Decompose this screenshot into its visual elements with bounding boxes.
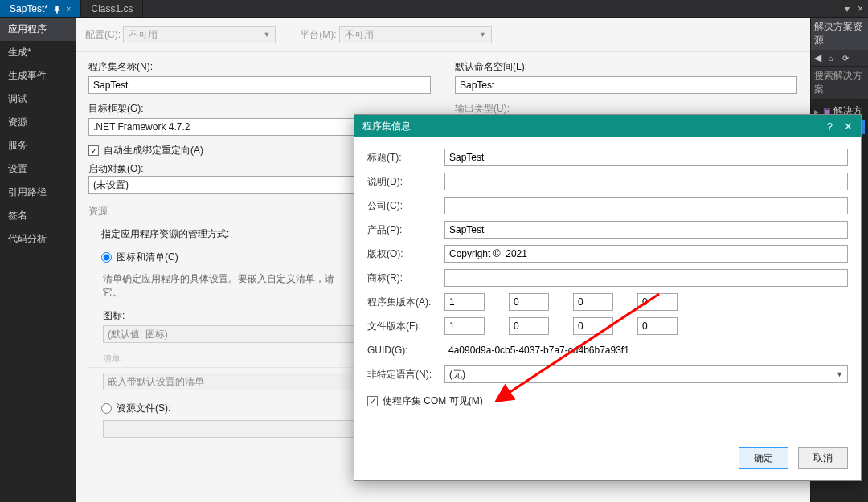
cancel-button[interactable]: 取消 bbox=[798, 447, 848, 469]
file-ver2-input[interactable] bbox=[509, 317, 549, 335]
pin-icon bbox=[53, 5, 61, 13]
config-combo: 不可用 ▼ bbox=[123, 26, 276, 43]
com-visible-checkbox[interactable] bbox=[367, 396, 378, 406]
guid-input[interactable] bbox=[444, 341, 848, 359]
trademark-label: 商标(R): bbox=[367, 271, 436, 285]
icon-manifest-label: 图标和清单(C) bbox=[117, 251, 178, 264]
close-icon[interactable]: × bbox=[66, 4, 71, 14]
nav-back-icon[interactable]: ◀ bbox=[814, 52, 821, 63]
icon-manifest-radio[interactable] bbox=[101, 252, 112, 263]
tab-close-all-icon[interactable]: × bbox=[858, 3, 863, 14]
config-label: 配置(C): bbox=[85, 29, 121, 40]
com-visible-label: 使程序集 COM 可见(M) bbox=[383, 394, 483, 408]
asm-ver2-input[interactable] bbox=[509, 293, 549, 311]
assembly-name-label: 程序集名称(N): bbox=[88, 60, 431, 74]
sidebar-item-build-events[interactable]: 生成事件 bbox=[0, 64, 76, 88]
home-icon[interactable]: ⌂ bbox=[826, 53, 836, 63]
platform-combo: 不可用 ▼ bbox=[339, 26, 492, 43]
neutral-lang-label: 非特定语言(N): bbox=[367, 368, 436, 382]
title-label: 标题(T): bbox=[367, 151, 436, 165]
tab-label: Class1.cs bbox=[91, 3, 133, 14]
guid-label: GUID(G): bbox=[367, 345, 436, 356]
sidebar-item-debug[interactable]: 调试 bbox=[0, 88, 76, 111]
title-input[interactable] bbox=[444, 149, 848, 166]
file-ver3-input[interactable] bbox=[573, 317, 613, 335]
help-icon[interactable]: ? bbox=[827, 120, 833, 133]
close-icon[interactable]: ✕ bbox=[844, 120, 853, 133]
chevron-down-icon: ▼ bbox=[263, 31, 270, 39]
modal-title: 程序集信息 bbox=[362, 120, 411, 133]
auto-binding-redirect-checkbox[interactable] bbox=[88, 145, 99, 156]
refresh-icon[interactable]: ⟳ bbox=[841, 53, 850, 63]
tab-right-controls: ▾ × bbox=[840, 0, 868, 17]
sol-title: 解决方案资源 bbox=[814, 20, 865, 47]
company-input[interactable] bbox=[444, 197, 848, 214]
sol-search-input[interactable]: 搜索解决方案 bbox=[811, 67, 868, 100]
platform-label: 平台(M): bbox=[300, 29, 336, 40]
tab-dropdown-icon[interactable]: ▾ bbox=[845, 3, 850, 14]
sidebar-item-refpaths[interactable]: 引用路径 bbox=[0, 181, 76, 204]
sidebar-item-application[interactable]: 应用程序 bbox=[0, 18, 76, 41]
product-label: 产品(P): bbox=[367, 223, 436, 237]
sidebar-item-resources[interactable]: 资源 bbox=[0, 111, 76, 134]
sidebar-item-signing[interactable]: 签名 bbox=[0, 204, 76, 227]
desc-input[interactable] bbox=[444, 173, 848, 190]
auto-binding-redirect-label: 自动生成绑定重定向(A) bbox=[104, 144, 203, 157]
tab-saptest[interactable]: SapTest* × bbox=[0, 0, 81, 17]
file-version-label: 文件版本(F): bbox=[367, 320, 436, 333]
asm-ver1-input[interactable] bbox=[444, 293, 485, 311]
ok-button[interactable]: 确定 bbox=[739, 447, 788, 469]
assembly-name-input[interactable] bbox=[88, 76, 431, 94]
asm-version-label: 程序集版本(A): bbox=[367, 296, 436, 309]
neutral-lang-select[interactable]: (无) ▼ bbox=[444, 365, 848, 383]
file-ver4-input[interactable] bbox=[637, 317, 678, 335]
company-label: 公司(C): bbox=[367, 199, 436, 213]
sidebar-item-build[interactable]: 生成* bbox=[0, 41, 76, 64]
trademark-input[interactable] bbox=[444, 269, 848, 287]
asm-ver4-input[interactable] bbox=[637, 293, 678, 311]
product-input[interactable] bbox=[444, 221, 848, 239]
asm-ver3-input[interactable] bbox=[573, 293, 613, 311]
default-namespace-input[interactable] bbox=[455, 76, 797, 94]
copyright-input[interactable] bbox=[444, 245, 848, 263]
sidebar-item-settings[interactable]: 设置 bbox=[0, 157, 76, 181]
assembly-info-dialog: 程序集信息 ? ✕ 标题(T): 说明(D): 公司(C): 产品(P): 版权… bbox=[354, 114, 862, 481]
sidebar-item-services[interactable]: 服务 bbox=[0, 134, 76, 157]
startup-object-label: 启动对象(O): bbox=[88, 163, 144, 174]
chevron-down-icon: ▼ bbox=[479, 31, 486, 39]
desc-label: 说明(D): bbox=[367, 175, 436, 189]
tab-label: SapTest* bbox=[10, 3, 48, 14]
resource-file-radio[interactable] bbox=[101, 403, 112, 414]
sidebar-item-codeanalysis[interactable]: 代码分析 bbox=[0, 227, 76, 251]
tab-class1[interactable]: Class1.cs bbox=[81, 0, 143, 17]
default-namespace-label: 默认命名空间(L): bbox=[455, 60, 797, 74]
resource-file-label: 资源文件(S): bbox=[117, 402, 170, 415]
copyright-label: 版权(O): bbox=[367, 247, 436, 261]
property-sidebar: 应用程序 生成* 生成事件 调试 资源 服务 设置 引用路径 签名 代码分析 bbox=[0, 18, 76, 502]
file-ver1-input[interactable] bbox=[444, 317, 485, 335]
chevron-down-icon: ▼ bbox=[836, 370, 843, 378]
